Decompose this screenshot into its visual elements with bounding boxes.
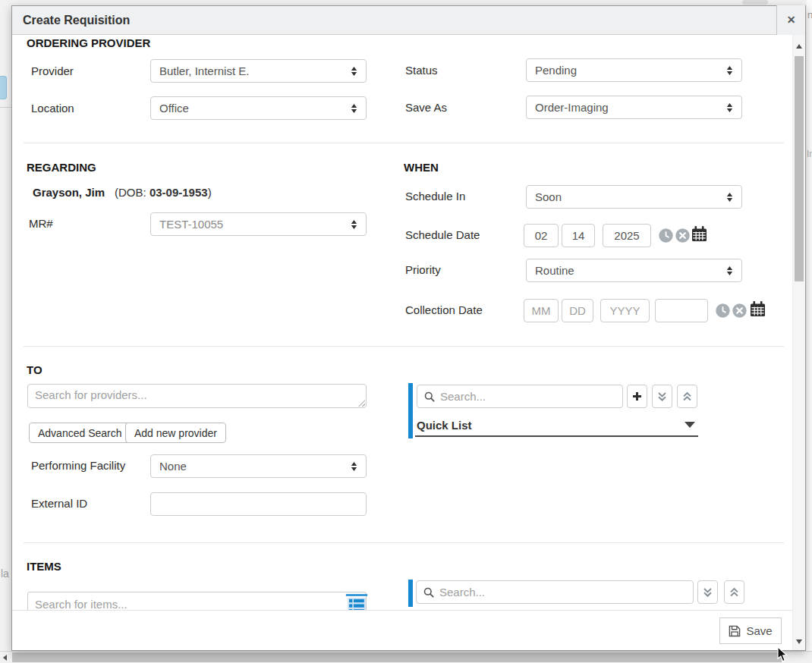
x-circle-icon: [732, 303, 747, 318]
close-button[interactable]: ✕: [776, 5, 805, 35]
background-button-fragment: [0, 76, 7, 99]
double-chevron-up-icon: [682, 391, 692, 402]
add-new-provider-button[interactable]: Add new provider: [125, 423, 226, 443]
provider-search-input[interactable]: [27, 384, 367, 408]
cursor-arrow-icon: [777, 646, 788, 662]
location-select[interactable]: Office: [150, 96, 367, 120]
chevron-down-icon: [685, 422, 695, 428]
horizontal-scrollbar[interactable]: [0, 651, 812, 663]
scroll-down-arrow-icon[interactable]: [796, 639, 802, 644]
collection-clear-button[interactable]: [732, 303, 747, 318]
collection-year-input[interactable]: [600, 299, 650, 322]
mr-select[interactable]: TEST-10055: [150, 212, 367, 236]
vertical-scrollbar-thumb[interactable]: [795, 56, 804, 281]
vertical-scrollbar[interactable]: [792, 35, 805, 650]
plus-icon: [632, 391, 642, 401]
schedule-in-select[interactable]: Soon: [526, 185, 742, 209]
calendar-icon: [750, 301, 766, 317]
section-divider: [24, 346, 784, 347]
item-search-input[interactable]: [27, 592, 367, 611]
items-panel-search-input[interactable]: [439, 586, 686, 599]
schedule-date-label: Schedule Date: [405, 228, 480, 241]
clock-icon: [716, 303, 730, 318]
background-text-fragment: In: [807, 149, 812, 159]
x-circle-icon: [675, 228, 690, 243]
double-chevron-down-icon: [703, 587, 713, 598]
provider-select[interactable]: Butler, Internist E.: [150, 59, 367, 83]
collection-calendar-button[interactable]: [750, 301, 766, 317]
priority-label: Priority: [405, 263, 441, 276]
external-id-label: External ID: [31, 497, 87, 510]
patient-dob: (DOB: 03-09-1953): [115, 186, 212, 199]
updown-caret-icon: [351, 219, 357, 230]
search-icon: [423, 587, 434, 598]
when-heading: WHEN: [404, 161, 439, 174]
schedule-month-input[interactable]: [524, 224, 559, 247]
items-expand-all-button[interactable]: [697, 580, 718, 604]
items-collapse-all-button[interactable]: [724, 580, 744, 604]
performing-facility-label: Performing Facility: [31, 459, 125, 472]
schedule-time-button[interactable]: [659, 228, 673, 243]
background-text-fragment: la: [1, 567, 11, 580]
add-provider-to-list-button[interactable]: [627, 385, 647, 408]
section-divider: [24, 542, 784, 543]
items-panel-search: [416, 580, 694, 604]
updown-caret-icon: [351, 103, 357, 114]
item-list-button[interactable]: [344, 594, 370, 611]
status-label: Status: [405, 64, 438, 77]
save-as-label: Save As: [405, 101, 447, 114]
background-fragment: [742, 0, 768, 5]
dialog-title: Create Requisition: [12, 6, 805, 34]
search-icon: [424, 391, 435, 402]
double-chevron-down-icon: [657, 391, 667, 402]
provider-search-area: [27, 384, 367, 408]
dialog-body: ORDERING PROVIDER Provider Butler, Inter…: [12, 35, 792, 611]
collection-day-input[interactable]: [562, 299, 593, 322]
updown-caret-icon: [351, 66, 357, 77]
section-divider: [24, 143, 784, 143]
quick-list-header[interactable]: Quick List: [415, 414, 698, 437]
save-button-label: Save: [746, 624, 772, 637]
collection-time-input[interactable]: [655, 299, 708, 322]
expand-all-button[interactable]: [652, 385, 672, 408]
external-id-input[interactable]: [150, 492, 367, 516]
updown-caret-icon: [726, 65, 733, 76]
status-select[interactable]: Pending: [526, 58, 742, 82]
save-floppy-icon: [729, 625, 741, 637]
schedule-year-input[interactable]: [603, 224, 651, 247]
scroll-left-arrow-icon[interactable]: [3, 655, 7, 661]
scroll-up-arrow-icon[interactable]: [796, 44, 802, 49]
schedule-in-label: Schedule In: [405, 190, 465, 203]
items-heading: ITEMS: [27, 560, 61, 573]
mr-label: MR#: [29, 217, 53, 230]
save-as-select[interactable]: Order-Imaging: [526, 96, 742, 119]
collection-time-button[interactable]: [716, 303, 730, 318]
background-right-strip: n In: [807, 0, 812, 651]
background-text-fragment: n: [807, 9, 812, 20]
updown-caret-icon: [726, 266, 733, 276]
clock-icon: [659, 228, 673, 243]
updown-caret-icon: [351, 461, 357, 472]
horizontal-scrollbar-thumb[interactable]: [12, 652, 782, 662]
provider-panel-search: [417, 385, 623, 408]
collapse-all-button[interactable]: [677, 385, 697, 408]
dialog-titlebar: Create Requisition ✕: [12, 6, 805, 35]
save-button[interactable]: Save: [719, 617, 782, 644]
item-list-icon: [344, 594, 370, 611]
panel-accent-bar: [408, 383, 413, 438]
patient-line: Grayson, Jim (DOB: 03-09-1953): [33, 186, 212, 199]
advanced-search-button[interactable]: Advanced Search: [29, 423, 131, 443]
patient-name: Grayson, Jim: [33, 186, 105, 199]
performing-facility-select[interactable]: None: [150, 454, 367, 478]
calendar-icon: [691, 226, 707, 242]
ordering-provider-heading: ORDERING PROVIDER: [27, 36, 150, 49]
schedule-day-input[interactable]: [562, 224, 595, 247]
provider-label: Provider: [31, 64, 74, 77]
priority-select[interactable]: Routine: [526, 259, 742, 282]
schedule-clear-button[interactable]: [675, 228, 690, 243]
provider-panel-search-input[interactable]: [440, 390, 615, 403]
regarding-heading: REGARDING: [27, 161, 96, 174]
schedule-calendar-button[interactable]: [691, 226, 707, 242]
collection-date-label: Collection Date: [405, 303, 483, 316]
collection-month-input[interactable]: [524, 299, 559, 322]
